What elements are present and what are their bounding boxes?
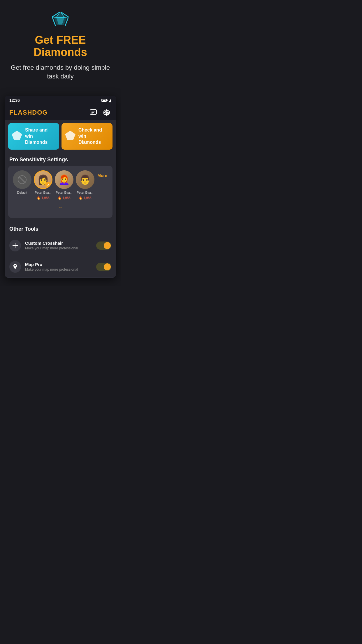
sensitivity-section-title: Pro Sensitivity Settings bbox=[5, 153, 116, 166]
other-tools-section: Other Tools Custom Crosshair Make your m… bbox=[5, 222, 116, 278]
status-time: 12:36 bbox=[9, 98, 20, 103]
avatar-2-score: 🔥 1,985 bbox=[58, 196, 71, 200]
logo-text: LASHDOG bbox=[13, 109, 48, 116]
sensitivity-card: Default 👩 ✓ Peter Eva... 🔥 1,985 bbox=[8, 166, 113, 218]
app-container: Get FREE Diamonds Get free diamonds by d… bbox=[0, 0, 121, 286]
avatar-3-score: 🔥 1,985 bbox=[79, 196, 92, 200]
fire-icon-2: 🔥 bbox=[58, 196, 62, 200]
chat-icon[interactable] bbox=[89, 108, 98, 117]
share-diamonds-label: Share and win Diamonds bbox=[25, 127, 56, 145]
avatar-2-circle: 👩‍🦰 bbox=[55, 170, 73, 189]
promo-row: Share and win Diamonds Check and win Dia… bbox=[8, 123, 113, 149]
header-icons bbox=[89, 108, 111, 117]
svg-marker-15 bbox=[65, 131, 75, 140]
settings-icon[interactable] bbox=[102, 108, 111, 117]
crosshair-tool-item: Custom Crosshair Make your map more prof… bbox=[5, 235, 116, 256]
check-diamond-icon bbox=[65, 131, 75, 142]
app-header: FLASHDOG bbox=[5, 105, 116, 120]
diamond-icon-hero bbox=[9, 12, 112, 29]
crosshair-name: Custom Crosshair bbox=[25, 241, 92, 246]
hero-title: Get FREE Diamonds bbox=[9, 34, 112, 59]
expand-chevron[interactable]: ⌄ bbox=[13, 200, 108, 213]
fire-icon-1: 🔥 bbox=[37, 196, 41, 200]
avatar-1-score: 🔥 1,985 bbox=[37, 196, 50, 200]
phone-mockup: 12:36 FLASHDOG bbox=[5, 96, 116, 277]
sensitivity-avatars: Default 👩 ✓ Peter Eva... 🔥 1,985 bbox=[13, 170, 108, 200]
check-diamonds-label: Check and win Diamonds bbox=[78, 127, 109, 145]
share-diamond-icon bbox=[12, 131, 22, 142]
avatar-3-circle: 👨 bbox=[76, 170, 94, 189]
avatar-item-1[interactable]: 👩 ✓ Peter Eva... 🔥 1,985 bbox=[34, 170, 52, 200]
avatar-1-check: ✓ bbox=[45, 182, 52, 188]
svg-line-17 bbox=[19, 176, 25, 183]
avatar-2-name: Peter Eva... bbox=[56, 191, 72, 194]
crosshair-toggle-knob bbox=[104, 242, 111, 249]
app-logo: FLASHDOG bbox=[9, 109, 48, 116]
map-pro-toggle[interactable] bbox=[96, 263, 111, 271]
avatar-3-name: Peter Eva... bbox=[77, 191, 93, 194]
map-pin-icon bbox=[9, 261, 21, 273]
map-pro-desc: Make your map more professional bbox=[25, 267, 92, 272]
hero-subtitle: Get free diamonds by doing simple task d… bbox=[11, 63, 110, 81]
map-pro-tool-item: Map Pro Make your map more professional bbox=[5, 256, 116, 278]
avatar-1-name: Peter Eva... bbox=[35, 191, 51, 194]
logo-letter-f: F bbox=[9, 109, 13, 116]
hero-section: Get FREE Diamonds Get free diamonds by d… bbox=[0, 0, 121, 87]
more-button[interactable]: More bbox=[97, 170, 108, 178]
avatar-1-circle: 👩 ✓ bbox=[34, 170, 52, 189]
avatar-item-3[interactable]: 👨 Peter Eva... 🔥 1,985 bbox=[76, 170, 94, 200]
crosshair-info: Custom Crosshair Make your map more prof… bbox=[25, 241, 92, 250]
crosshair-icon bbox=[9, 240, 21, 251]
crosshair-toggle[interactable] bbox=[96, 242, 111, 250]
map-pro-toggle-knob bbox=[104, 263, 111, 270]
share-diamonds-button[interactable]: Share and win Diamonds bbox=[8, 123, 59, 149]
crosshair-desc: Make your map more professional bbox=[25, 246, 92, 250]
check-diamonds-button[interactable]: Check and win Diamonds bbox=[61, 123, 113, 149]
avatar-default-name: Default bbox=[17, 191, 27, 194]
status-icons bbox=[101, 98, 111, 102]
map-pro-info: Map Pro Make your map more professional bbox=[25, 262, 92, 272]
other-tools-title: Other Tools bbox=[5, 222, 116, 235]
svg-marker-14 bbox=[12, 131, 22, 140]
fire-icon-3: 🔥 bbox=[79, 196, 83, 200]
battery-icon bbox=[101, 99, 107, 102]
status-bar: 12:36 bbox=[5, 96, 116, 105]
avatar-item-2[interactable]: 👩‍🦰 Peter Eva... 🔥 1,985 bbox=[55, 170, 73, 200]
avatar-default-circle bbox=[13, 170, 31, 189]
avatar-item-default[interactable]: Default bbox=[13, 170, 31, 194]
map-pro-name: Map Pro bbox=[25, 262, 92, 267]
signal-icon bbox=[108, 98, 111, 102]
